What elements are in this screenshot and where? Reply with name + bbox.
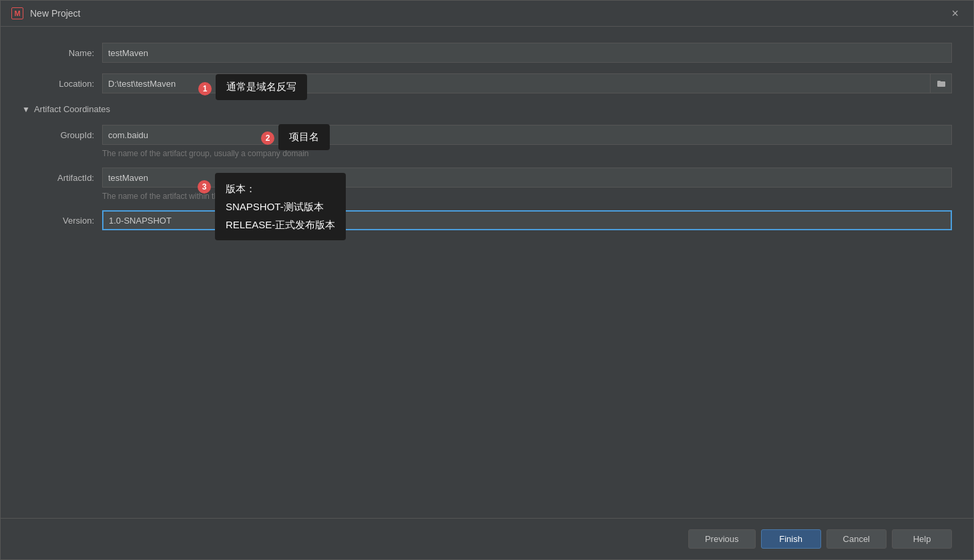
- dialog-title: New Project: [30, 8, 80, 19]
- tooltip-box-2: 项目名: [278, 124, 330, 150]
- groupid-input[interactable]: [102, 125, 952, 145]
- svg-rect-1: [937, 81, 941, 82]
- version-row: Version:: [22, 210, 952, 230]
- groupid-label: GroupId:: [22, 130, 102, 140]
- groupid-hint: The name of the artifact group, usually …: [102, 149, 952, 158]
- artifactid-label: ArtifactId:: [22, 173, 102, 183]
- name-label: Name:: [22, 48, 102, 58]
- close-button[interactable]: ×: [947, 6, 963, 21]
- title-bar: M New Project ×: [1, 1, 973, 27]
- new-project-dialog: M New Project × Name: Location:: [0, 0, 974, 560]
- location-label: Location:: [22, 79, 102, 89]
- dialog-content: Name: Location: ▼ Artifact Coordinates: [1, 27, 973, 518]
- finish-button[interactable]: Finish: [761, 529, 821, 549]
- tooltip-box-3: 版本： SNAPSHOT-测试版本 RELEASE-正式发布版本: [215, 173, 346, 240]
- browse-button[interactable]: [931, 73, 952, 93]
- location-row: Location:: [22, 73, 952, 93]
- artifact-section-title: Artifact Coordinates: [34, 104, 110, 114]
- version-label: Version:: [22, 216, 102, 226]
- groupid-row: GroupId:: [22, 125, 952, 145]
- cancel-button[interactable]: Cancel: [826, 529, 887, 549]
- tooltip-badge-3: 3: [198, 180, 211, 194]
- dialog-footer: Previous Finish Cancel Help: [1, 518, 973, 559]
- tooltip3-line2: SNAPSHOT-测试版本: [226, 201, 324, 212]
- artifactid-row: ArtifactId:: [22, 168, 952, 188]
- tooltip-badge-2: 2: [261, 131, 274, 145]
- name-input[interactable]: [102, 43, 952, 63]
- svg-rect-0: [937, 81, 945, 87]
- help-button[interactable]: Help: [892, 529, 952, 549]
- previous-button[interactable]: Previous: [688, 529, 756, 549]
- name-row: Name:: [22, 43, 952, 63]
- tooltip3-line1: 版本：: [226, 183, 256, 194]
- folder-icon: [937, 79, 946, 88]
- tooltip3-line3: RELEASE-正式发布版本: [226, 219, 335, 230]
- chevron-down-icon[interactable]: ▼: [22, 105, 30, 114]
- tooltip-badge-1: 1: [198, 82, 212, 95]
- title-bar-left: M New Project: [11, 7, 80, 20]
- artifact-section-header: ▼ Artifact Coordinates: [22, 104, 952, 114]
- maven-icon: M: [11, 7, 25, 20]
- content-spacer: [22, 241, 952, 502]
- tooltip-box-1: 通常是域名反写: [216, 74, 307, 100]
